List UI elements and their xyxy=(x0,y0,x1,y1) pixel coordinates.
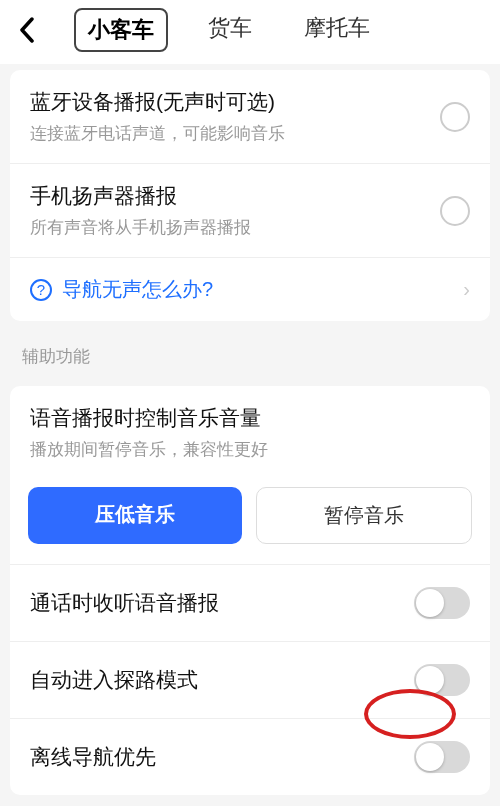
toggle-explore[interactable] xyxy=(414,664,470,696)
question-icon: ? xyxy=(30,279,52,301)
toggle-row-explore: 自动进入探路模式 xyxy=(10,641,490,718)
speaker-title: 手机扬声器播报 xyxy=(30,182,440,210)
toggle-call[interactable] xyxy=(414,587,470,619)
audio-output-card: 蓝牙设备播报(无声时可选) 连接蓝牙电话声道，可能影响音乐 手机扬声器播报 所有… xyxy=(10,70,490,321)
music-volume-title: 语音播报时控制音乐音量 xyxy=(30,404,470,432)
music-option-group: 压低音乐 暂停音乐 xyxy=(10,479,490,564)
help-text: 导航无声怎么办? xyxy=(62,276,213,303)
seg-lower-music[interactable]: 压低音乐 xyxy=(28,487,242,544)
toggle-row-call: 通话时收听语音播报 xyxy=(10,564,490,641)
bluetooth-row[interactable]: 蓝牙设备播报(无声时可选) 连接蓝牙电话声道，可能影响音乐 xyxy=(10,70,490,163)
toggle-label-explore: 自动进入探路模式 xyxy=(30,666,198,694)
bluetooth-radio[interactable] xyxy=(440,102,470,132)
speaker-radio[interactable] xyxy=(440,196,470,226)
tab-small-car[interactable]: 小客车 xyxy=(74,8,168,52)
bluetooth-title: 蓝牙设备播报(无声时可选) xyxy=(30,88,440,116)
music-volume-row: 语音播报时控制音乐音量 播放期间暂停音乐，兼容性更好 xyxy=(10,386,490,479)
speaker-sub: 所有声音将从手机扬声器播报 xyxy=(30,216,440,239)
tab-truck[interactable]: 货车 xyxy=(196,8,264,52)
section-assist: 辅助功能 xyxy=(0,321,500,380)
toggle-offline[interactable] xyxy=(414,741,470,773)
music-volume-sub: 播放期间暂停音乐，兼容性更好 xyxy=(30,438,470,461)
seg-pause-music[interactable]: 暂停音乐 xyxy=(256,487,472,544)
assist-card: 语音播报时控制音乐音量 播放期间暂停音乐，兼容性更好 压低音乐 暂停音乐 通话时… xyxy=(10,386,490,795)
bluetooth-sub: 连接蓝牙电话声道，可能影响音乐 xyxy=(30,122,440,145)
chevron-right-icon: › xyxy=(463,278,470,301)
toggle-label-offline: 离线导航优先 xyxy=(30,743,156,771)
toggle-row-offline: 离线导航优先 xyxy=(10,718,490,795)
help-row[interactable]: ? 导航无声怎么办? › xyxy=(10,257,490,321)
tab-motorcycle[interactable]: 摩托车 xyxy=(292,8,382,52)
speaker-row[interactable]: 手机扬声器播报 所有声音将从手机扬声器播报 xyxy=(10,163,490,257)
back-button[interactable] xyxy=(10,13,44,47)
toggle-label-call: 通话时收听语音播报 xyxy=(30,589,219,617)
vehicle-tabs: 小客车 货车 摩托车 xyxy=(74,8,382,52)
